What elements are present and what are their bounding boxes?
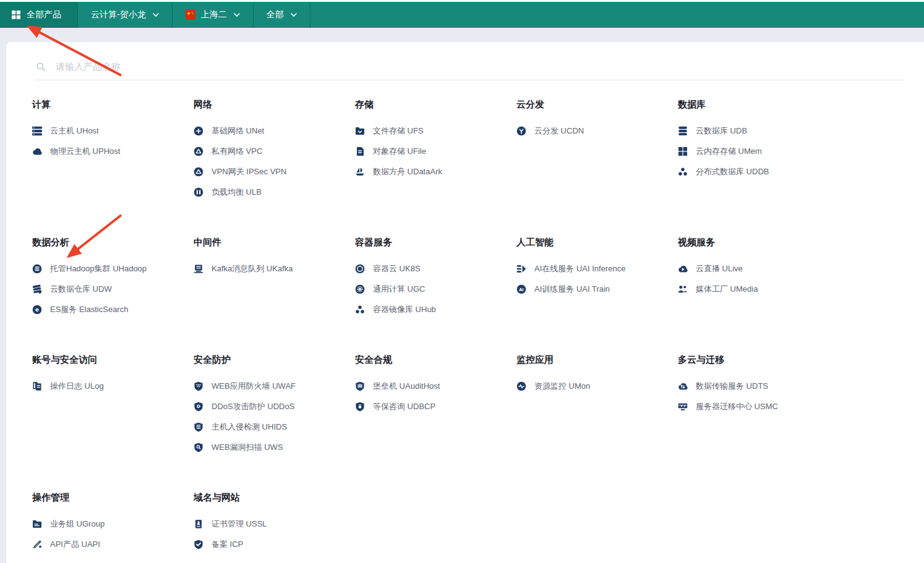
section-title-storage: 存储: [355, 98, 516, 111]
product-item-ugroup[interactable]: 业务组 UGroup: [32, 514, 194, 534]
product-item-kafka-ukafka[interactable]: Kafka消息队列 UKafka: [194, 258, 355, 279]
product-item-es-elasticsearch[interactable]: eES服务 ElasticSearch: [32, 299, 194, 320]
product-item-uddb[interactable]: 分布式数据库 UDDB: [678, 161, 839, 182]
product-item-label: 分布式数据库 UDDB: [696, 166, 769, 177]
shield-check-icon: [194, 540, 203, 549]
product-item-label: 数据方舟 UDataArk: [373, 166, 442, 177]
section-title-security-compliance: 安全合规: [355, 353, 516, 366]
section-account-security: 账号与安全访问操作日志 ULog: [32, 353, 194, 457]
grid4-icon: [678, 146, 688, 156]
product-item-web-uwaf[interactable]: WEB应用防火墙 UWAF: [194, 376, 355, 396]
product-item-label: 容器云 UK8S: [373, 263, 421, 274]
section-security-compliance: 安全合规堡垒机 UAuditHost等保咨询 UDBCP: [355, 353, 516, 457]
section-title-network: 网络: [194, 98, 355, 111]
section-multicloud-migration: 多云与迁移数据传输服务 UDTS服务器迁移中心 USMC: [678, 353, 839, 457]
product-item-vpc[interactable]: 私有网络 VPC: [194, 141, 355, 161]
product-item-label: 业务组 UGroup: [50, 519, 105, 530]
nav-label: 全部: [267, 9, 284, 20]
nav-project-selector[interactable]: 全部: [254, 2, 310, 28]
ai-inference-icon: [516, 264, 526, 274]
product-item-uhost[interactable]: 云主机 UHost: [32, 121, 194, 141]
product-item-label: VPN网关 IPSec VPN: [212, 166, 286, 177]
nav-all-products[interactable]: 全部产品: [0, 2, 78, 28]
product-item-label: Kafka消息队列 UKafka: [212, 263, 293, 274]
page-background: 计算云主机 UHost物理云主机 UPHost网络基础网络 UNet私有网络 V…: [0, 28, 924, 563]
section-title-video: 视频服务: [678, 236, 839, 248]
folder-icon: [355, 126, 365, 136]
product-item-web-uws[interactable]: WEB漏洞扫描 UWS: [194, 437, 355, 457]
product-item-ulive[interactable]: 云直播 ULive: [678, 258, 839, 279]
shield-scan-icon: [194, 442, 203, 452]
product-item-hadoop-uhadoop[interactable]: 托管Hadoop集群 UHadoop: [32, 258, 194, 279]
section-database: 数据库云数据库 UDB云内存存储 UMem分布式数据库 UDDB: [678, 98, 839, 202]
product-item-uhub[interactable]: 容器镜像库 UHub: [355, 299, 516, 320]
product-item-ai-uai-train[interactable]: AIAI训练服务 UAI Train: [516, 279, 678, 299]
china-flag-icon: [186, 10, 195, 20]
product-item-umem[interactable]: 云内存存储 UMem: [678, 141, 839, 161]
product-item-api-uapi[interactable]: API产品 UAPI: [32, 534, 194, 554]
product-item-unet[interactable]: 基础网络 UNet: [194, 121, 355, 141]
product-item-umon[interactable]: 资源监控 UMon: [516, 376, 678, 396]
section-title-cdn: 云分发: [516, 98, 678, 111]
product-item-label: AI在线服务 UAI Inference: [534, 263, 625, 274]
product-item-ddos-uddos[interactable]: DDDoS攻击防护 UDDoS: [194, 396, 355, 417]
section-title-container: 容器服务: [355, 236, 516, 248]
nav-region-selector[interactable]: 上海二: [173, 2, 254, 28]
log-copy-icon: [32, 381, 42, 391]
product-item-label: 服务器迁移中心 USMC: [696, 401, 778, 412]
product-item-udbcp[interactable]: 等保咨询 UDBCP: [355, 396, 516, 417]
search-icon: [36, 62, 46, 72]
cloud-play-icon: [678, 264, 688, 274]
product-item-icp[interactable]: 备案 ICP: [194, 534, 355, 554]
product-item-udw[interactable]: 云数据仓库 UDW: [32, 279, 194, 299]
product-item-uphost[interactable]: 物理云主机 UPHost: [32, 141, 194, 161]
section-title-ai: 人工智能: [516, 236, 678, 248]
nav-account-menu[interactable]: 云计算-贺小龙: [78, 2, 173, 28]
product-item-vpn-ipsec-vpn[interactable]: VPN网关 IPSec VPN: [194, 161, 355, 182]
product-item-ulog[interactable]: 操作日志 ULog: [32, 376, 194, 396]
section-title-database: 数据库: [678, 98, 839, 111]
section-storage: 存储文件存储 UFS对象存储 UFile数据方舟 UDataArk: [355, 98, 516, 202]
product-item-udataark[interactable]: 数据方舟 UDataArk: [355, 161, 516, 182]
kafka-icon: [194, 264, 203, 274]
certificate-icon: [194, 519, 203, 529]
product-item-ufile[interactable]: 对象存储 UFile: [355, 141, 516, 161]
product-item-label: 通用计算 UGC: [373, 284, 426, 295]
product-item-ucdn[interactable]: 云分发 UCDN: [516, 121, 678, 141]
product-item-ugc[interactable]: 通用计算 UGC: [355, 279, 516, 299]
product-item-label: 托管Hadoop集群 UHadoop: [50, 263, 147, 274]
cloud-icon: [32, 146, 42, 156]
product-grid: 计算云主机 UHost物理云主机 UPHost网络基础网络 UNet私有网络 V…: [6, 80, 924, 554]
search-input[interactable]: [54, 61, 904, 72]
product-item-udb[interactable]: 云数据库 UDB: [678, 121, 839, 141]
product-item-label: 云分发 UCDN: [534, 125, 584, 137]
product-item-ussl[interactable]: 证书管理 USSL: [194, 514, 355, 534]
product-item-umedia[interactable]: 媒体工厂 UMedia: [678, 279, 839, 299]
product-item-ai-uai-inference[interactable]: AI在线服务 UAI Inference: [516, 258, 678, 279]
product-item-udts[interactable]: 数据传输服务 UDTS: [678, 376, 839, 396]
section-title-security-protection: 安全防护: [194, 353, 355, 366]
product-item-ulb[interactable]: 负载均衡 ULB: [194, 182, 355, 202]
product-item-uhids[interactable]: 主机入侵检测 UHIDS: [194, 417, 355, 437]
nav-label: 上海二: [201, 9, 227, 20]
product-item-label: 资源监控 UMon: [534, 381, 590, 392]
product-item-uk8s[interactable]: 容器云 UK8S: [355, 258, 516, 279]
product-item-label: 证书管理 USSL: [212, 519, 267, 530]
net-circle-icon: [194, 126, 203, 136]
product-item-label: 云直播 ULive: [696, 263, 743, 274]
product-item-label: 主机入侵检测 UHIDS: [212, 421, 287, 433]
nav-label: 云计算-贺小龙: [91, 9, 146, 20]
k8s-circle-icon: [355, 264, 365, 274]
product-item-label: 容器镜像库 UHub: [373, 304, 436, 315]
product-item-uaudithost[interactable]: 堡垒机 UAuditHost: [355, 376, 516, 396]
bastion-icon: [355, 381, 365, 391]
chevron-down-icon: [153, 13, 159, 17]
product-item-label: 备案 ICP: [212, 539, 243, 550]
product-item-ufs[interactable]: 文件存储 UFS: [355, 121, 516, 141]
product-item-label: 数据传输服务 UDTS: [696, 381, 768, 392]
section-domain-website: 域名与网站证书管理 USSL备案 ICP: [194, 491, 355, 554]
section-compute: 计算云主机 UHost物理云主机 UPHost: [32, 98, 194, 202]
product-item-usmc[interactable]: 服务器迁移中心 USMC: [678, 396, 839, 417]
shield-d-icon: D: [194, 402, 203, 412]
product-item-label: 云主机 UHost: [50, 125, 99, 137]
